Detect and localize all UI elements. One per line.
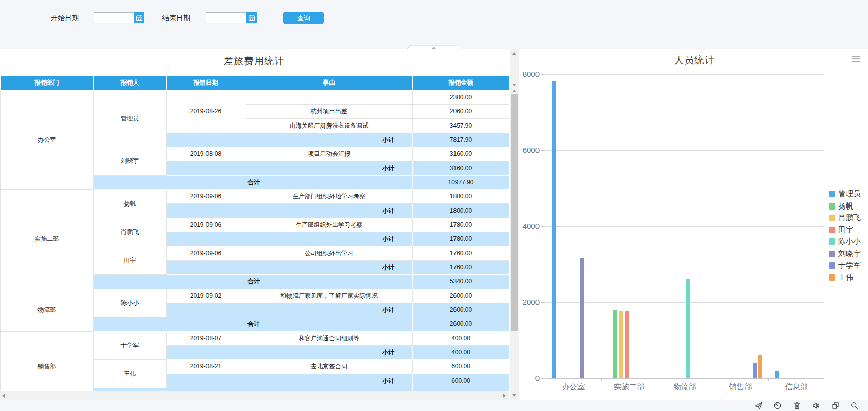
cell-amt: 3457.90 bbox=[413, 118, 509, 133]
gauge-icon[interactable] bbox=[773, 401, 782, 410]
cell-amt: 1780.00 bbox=[413, 232, 509, 246]
dashboard: 开始日期 结束日期 查询 差旅费用统计 报销部门报销人报销日期事由报销金额 bbox=[0, 0, 868, 411]
scroll-right-arrow[interactable] bbox=[503, 394, 506, 398]
cell-date: 2019-08-21 bbox=[167, 359, 245, 374]
legend-item-肖鹏飞[interactable]: 肖鹏飞 bbox=[829, 213, 861, 223]
cell-person: 管理员 bbox=[94, 90, 167, 147]
legend-swatch bbox=[829, 191, 835, 197]
scrollbar-thumb[interactable] bbox=[511, 94, 518, 331]
cell-reason: 和客户沟通合同细则等 bbox=[245, 331, 413, 345]
cell-label: 小计 bbox=[167, 303, 413, 317]
chart-bar-田宇[interactable] bbox=[625, 311, 629, 378]
end-date-label: 结束日期 bbox=[162, 14, 190, 23]
cell-amt: 400.00 bbox=[413, 331, 509, 345]
legend-swatch bbox=[829, 203, 835, 210]
cell-amt: 7817.90 bbox=[413, 133, 509, 147]
cell-dept: 办公室 bbox=[1, 90, 94, 189]
legend-label: 田宇 bbox=[838, 225, 853, 235]
cell-dept: 销售部 bbox=[1, 331, 94, 391]
legend-item-刘晓宇[interactable]: 刘晓宇 bbox=[829, 249, 861, 259]
cell-date: 2019-09-06 bbox=[167, 218, 245, 232]
legend-item-田宇[interactable]: 田宇 bbox=[829, 225, 853, 235]
scroll-up-arrow[interactable] bbox=[512, 90, 516, 92]
cell-label: 小计 bbox=[167, 374, 413, 388]
query-button[interactable]: 查询 bbox=[283, 12, 324, 24]
chart-bar-管理员[interactable] bbox=[552, 81, 556, 378]
windows-icon[interactable] bbox=[831, 401, 840, 410]
legend-label: 陈小小 bbox=[838, 237, 861, 246]
footer-toolbar bbox=[0, 400, 868, 411]
legend-item-王伟[interactable]: 王伟 bbox=[829, 273, 853, 282]
y-axis-tick bbox=[541, 226, 545, 227]
x-axis-tick bbox=[601, 378, 602, 381]
speaker-icon[interactable] bbox=[812, 401, 820, 410]
end-date-input[interactable] bbox=[206, 12, 246, 23]
column-header: 事由 bbox=[245, 76, 413, 90]
legend-item-于学军[interactable]: 于学军 bbox=[829, 261, 861, 270]
end-date-calendar-button[interactable] bbox=[246, 12, 257, 23]
column-header: 报销金额 bbox=[413, 76, 509, 90]
cell-label: 合计 bbox=[94, 317, 413, 331]
chart-bar-陈小小[interactable] bbox=[686, 279, 690, 378]
chart-bar-扬帆[interactable] bbox=[613, 310, 617, 378]
cell-label: 小计 bbox=[167, 260, 413, 274]
x-axis-line bbox=[546, 378, 824, 379]
y-axis-tick bbox=[541, 150, 545, 151]
send-icon[interactable] bbox=[754, 401, 763, 410]
filter-bar: 开始日期 结束日期 查询 bbox=[0, 0, 868, 49]
x-axis-label: 实施二部 bbox=[601, 382, 657, 392]
legend-swatch bbox=[829, 251, 835, 257]
menu-icon[interactable] bbox=[852, 56, 860, 63]
cell-date: 2019-09-06 bbox=[167, 246, 245, 260]
expense-table-panel: 差旅费用统计 报销部门报销人报销日期事由报销金额办公室管理员2019-08-26… bbox=[0, 49, 509, 400]
scroll-up-arrow[interactable] bbox=[512, 52, 516, 55]
cell-person: 陈小小 bbox=[94, 289, 167, 317]
y-axis-label: 2000 bbox=[509, 298, 540, 307]
start-date-input[interactable] bbox=[94, 12, 134, 23]
y-axis-tick bbox=[541, 74, 545, 75]
trash-icon[interactable] bbox=[793, 401, 801, 410]
table-row: 实施二部扬帆2019-09-06生产部门组织外地学习考察1800.00 bbox=[1, 189, 509, 203]
search-icon[interactable] bbox=[850, 401, 859, 410]
cell-amt: 600.00 bbox=[413, 359, 509, 374]
gridline bbox=[546, 150, 824, 151]
cell-label: 小计 bbox=[167, 203, 413, 218]
personnel-chart-panel bbox=[521, 49, 868, 400]
legend-label: 于学军 bbox=[838, 261, 861, 270]
scroll-down-arrow[interactable] bbox=[512, 84, 516, 86]
cell-amt: 1800.00 bbox=[413, 189, 509, 203]
horizontal-scrollbar[interactable] bbox=[0, 391, 509, 400]
y-axis-label: 0 bbox=[509, 374, 540, 383]
gridline bbox=[546, 226, 824, 227]
start-date-calendar-button[interactable] bbox=[134, 12, 144, 23]
scroll-down-arrow[interactable] bbox=[512, 394, 516, 397]
legend-item-管理员[interactable]: 管理员 bbox=[829, 189, 861, 199]
chart-bar-肖鹏飞[interactable] bbox=[619, 311, 623, 379]
legend-item-扬帆[interactable]: 扬帆 bbox=[829, 201, 853, 211]
cell-amt: 3160.00 bbox=[413, 147, 509, 161]
x-axis-label: 销售部 bbox=[713, 382, 768, 392]
cell-dept: 实施二部 bbox=[1, 189, 94, 289]
chart-bar-刘晓宇[interactable] bbox=[580, 258, 584, 378]
cell-label: 合计 bbox=[94, 388, 413, 391]
cell-amt: 10977.90 bbox=[413, 175, 509, 189]
cell-reason: 和物流厂家见面，了解厂家实际情况 bbox=[245, 289, 413, 303]
cell-amt: 2600.00 bbox=[413, 317, 509, 331]
x-axis-label: 物流部 bbox=[657, 382, 713, 392]
scroll-left-arrow[interactable] bbox=[2, 394, 5, 398]
cell-amt: 1760.00 bbox=[413, 260, 509, 274]
legend-label: 刘晓宇 bbox=[838, 249, 861, 259]
gridline bbox=[546, 302, 824, 303]
legend-swatch bbox=[829, 227, 835, 233]
x-axis-label: 信息部 bbox=[768, 382, 824, 392]
legend-item-陈小小[interactable]: 陈小小 bbox=[829, 237, 861, 246]
cell-reason bbox=[245, 90, 413, 104]
legend-swatch bbox=[829, 215, 835, 221]
chart-bar-于学军[interactable] bbox=[753, 363, 757, 378]
legend-label: 肖鹏飞 bbox=[838, 213, 861, 223]
chart-bar-王伟[interactable] bbox=[758, 355, 762, 378]
chart-title: 人员统计 bbox=[644, 54, 745, 67]
cell-amt: 2060.00 bbox=[413, 104, 509, 118]
cell-label: 小计 bbox=[167, 345, 413, 359]
chart-bar-管理员[interactable] bbox=[775, 371, 779, 378]
